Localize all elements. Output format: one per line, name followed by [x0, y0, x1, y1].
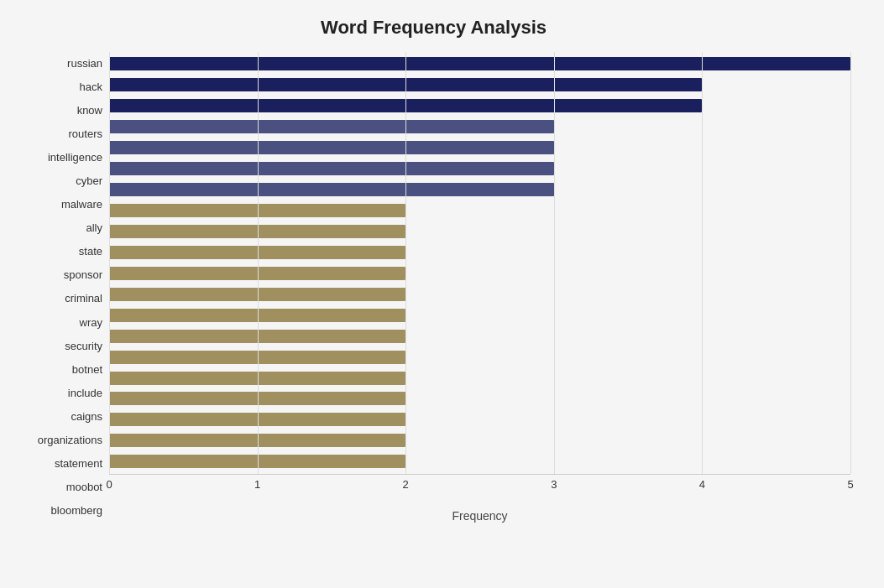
x-tick: 5 [847, 478, 853, 491]
bar [109, 120, 554, 133]
bar-row [109, 306, 850, 325]
y-axis: russianhackknowroutersintelligencecyberm… [17, 52, 109, 523]
grid-line [554, 52, 555, 474]
bar-row [109, 55, 850, 73]
bar-row [109, 96, 850, 115]
bar-row [109, 264, 850, 283]
y-label: include [68, 384, 102, 403]
chart-container: Word Frequency Analysis russianhackknowr… [0, 0, 884, 588]
bar-row [109, 243, 850, 262]
y-label: moobot [66, 478, 102, 497]
grid-line [258, 52, 259, 474]
chart-area: russianhackknowroutersintelligencecyberm… [17, 52, 850, 523]
chart-title: Word Frequency Analysis [17, 17, 850, 39]
bar-row [109, 327, 850, 346]
bar [109, 57, 850, 70]
x-tick: 3 [551, 478, 557, 491]
y-label: botnet [72, 361, 102, 379]
y-label: organizations [38, 431, 102, 450]
grid-line [109, 52, 110, 474]
x-axis: 012345 [109, 474, 850, 507]
bar-row [109, 431, 850, 450]
y-label: routers [69, 125, 102, 143]
bar-row [109, 452, 850, 471]
grid-line [702, 52, 703, 474]
y-label: state [79, 242, 102, 261]
y-label: intelligence [48, 148, 102, 167]
y-label: wray [80, 314, 102, 332]
bar-row [109, 180, 850, 199]
bar-row [109, 369, 850, 388]
y-label: cyber [76, 172, 102, 190]
y-label: malware [61, 195, 102, 214]
bar-row [109, 75, 850, 94]
bar-row [109, 348, 850, 367]
bar-row [109, 117, 850, 136]
bar-row [109, 201, 850, 220]
bar-row [109, 410, 850, 429]
x-tick: 1 [254, 478, 260, 491]
bar-row [109, 285, 850, 304]
bar-row [109, 159, 850, 178]
x-tick: 2 [403, 478, 409, 491]
bar-row [109, 389, 850, 408]
y-label: security [65, 337, 102, 356]
y-label: sponsor [64, 266, 102, 284]
x-axis-label: Frequency [109, 509, 850, 523]
y-label: russian [67, 55, 102, 73]
bar-row [109, 222, 850, 241]
grid-line [850, 52, 851, 474]
bars-list [109, 52, 850, 474]
bar-row [109, 138, 850, 157]
y-label: caigns [71, 408, 102, 426]
y-label: statement [55, 455, 102, 473]
y-label: hack [80, 78, 102, 96]
bar [109, 183, 554, 196]
bars-area [109, 52, 850, 474]
y-label: ally [86, 219, 102, 237]
bar [109, 162, 554, 175]
y-label: criminal [65, 289, 102, 308]
y-label: bloomberg [51, 502, 102, 520]
x-tick: 0 [106, 478, 112, 491]
bar [109, 141, 554, 154]
x-tick: 4 [699, 478, 705, 491]
bars-and-xaxis: 012345 Frequency [109, 52, 850, 523]
grid-line [405, 52, 406, 474]
y-label: know [77, 101, 102, 120]
